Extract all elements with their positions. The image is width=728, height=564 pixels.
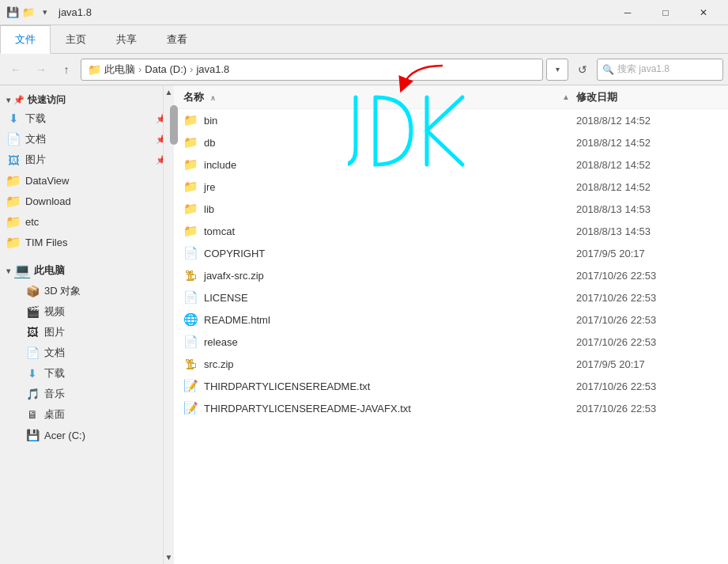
table-row[interactable]: 📁 jre 2018/8/12 14:52 [174,176,728,198]
sidebar-docs2-label: 文档 [44,346,65,360]
this-pc-expand-arrow: ▾ [6,267,10,275]
sidebar-pictures2-icon: 🖼 [25,325,40,339]
table-row[interactable]: 📁 tomcat 2018/8/13 14:53 [174,220,728,242]
sidebar-dataview-label: DataView [25,175,69,187]
html-icon: 🌐 [183,312,198,327]
folder-icon: 📁 [183,224,198,238]
table-row[interactable]: 📁 bin 2018/8/12 14:52 [174,109,728,131]
tab-file[interactable]: 文件 [0,25,51,54]
sidebar-item-timfiles[interactable]: 📁 TIM Files [0,232,173,252]
this-pc-icon: 💻 [13,262,31,279]
file-date: 2017/10/26 22:53 [576,270,719,282]
close-button[interactable]: ✕ [685,0,722,25]
folder-icon: 📁 [183,113,198,127]
sidebar-pictures2-label: 图片 [44,325,65,339]
sidebar-item-Download2[interactable]: 📁 Download [0,191,173,211]
sidebar-3d-label: 3D 对象 [44,284,81,298]
title-save-icon: 💾 [6,6,19,18]
up-button[interactable]: ↑ [55,59,77,81]
title-bar: 💾 📁 ▾ java1.8 ─ □ ✕ [0,0,728,25]
txt-icon: 📝 [183,379,198,393]
col-name-header[interactable]: 名称 ∧ [183,90,562,104]
file-name: COPYRIGHT [204,248,570,259]
sidebar-scroll-down[interactable]: ▼ [164,551,175,564]
col-date-header[interactable]: 修改日期 [576,90,719,104]
path-folder-icon: 📁 [88,63,101,76]
quick-access-arrow: ▾ [6,96,10,104]
sidebar-item-dataview[interactable]: 📁 DataView [0,170,173,191]
file-name: LICENSE [204,292,570,304]
file-name: README.html [204,314,570,326]
file-name: jre [204,181,570,193]
sidebar-item-docs[interactable]: 📄 文档 📌 [0,129,173,150]
sidebar-etc-icon: 📁 [6,214,21,229]
sidebar-item-music[interactable]: 🎵 音乐 [0,384,173,404]
address-path[interactable]: 📁 此电脑 › Data (D:) › java1.8 [81,59,543,81]
sidebar-timfiles-label: TIM Files [25,237,67,248]
sidebar-scroll-up[interactable]: ▲ [164,85,175,99]
file-date: 2018/8/12 14:52 [576,115,719,127]
sidebar-item-download3[interactable]: ⬇ 下载 [0,363,173,384]
file-date: 2018/8/12 14:52 [576,137,719,149]
sidebar-Download2-icon: 📁 [6,194,21,208]
maximize-button[interactable]: □ [647,0,684,25]
sidebar-item-video[interactable]: 🎬 视频 [0,301,173,322]
this-pc-header[interactable]: ▾ 💻 此电脑 [0,257,173,281]
crumb-0: 此电脑 [104,62,135,77]
minimize-button[interactable]: ─ [609,0,646,25]
txt-icon: 📝 [183,401,198,415]
table-row[interactable]: 🗜 javafx-src.zip 2017/10/26 22:53 [174,264,728,286]
sidebar-item-acerc[interactable]: 💾 Acer (C:) [0,425,173,445]
quick-access-pin-icon: 📌 [13,95,25,105]
back-button[interactable]: ← [5,59,27,81]
sidebar-item-3d[interactable]: 📦 3D 对象 [0,281,173,301]
sidebar-item-pictures2[interactable]: 🖼 图片 [0,322,173,343]
table-row[interactable]: 📁 include 2018/8/12 14:52 [174,153,728,176]
file-icon: 📄 [183,335,198,349]
search-box[interactable]: 🔍 搜索 java1.8 [597,59,723,81]
forward-button[interactable]: → [30,59,52,81]
scroll-up-button[interactable]: ▲ [562,93,570,101]
folder-icon: 📁 [183,157,198,172]
tab-home[interactable]: 主页 [51,25,101,53]
sidebar-download-icon: ⬇ [6,112,21,126]
tab-share[interactable]: 共享 [101,25,152,53]
file-name: src.zip [204,358,570,370]
table-row[interactable]: 🗜 src.zip 2017/9/5 20:17 [174,353,728,375]
table-row[interactable]: 📄 COPYRIGHT 2017/9/5 20:17 [174,242,728,264]
address-dropdown-button[interactable]: ▾ [546,59,568,81]
table-row[interactable]: 📁 lib 2018/8/13 14:53 [174,198,728,220]
table-row[interactable]: 📄 LICENSE 2017/10/26 22:53 [174,286,728,308]
file-name: THIRDPARTYLICENSEREADME-JAVAFX.txt [204,403,570,414]
zip-icon: 🗜 [183,357,198,371]
title-bar-icons: 💾 📁 [6,6,35,18]
sidebar-item-desktop[interactable]: 🖥 桌面 [0,404,173,425]
window-controls: ─ □ ✕ [609,0,722,25]
folder-icon: 📁 [183,180,198,194]
file-name: include [204,159,570,171]
sidebar: ▾ 📌 快速访问 ⬇ 下载 📌 📄 文档 📌 🖼 图片 [0,85,174,564]
crumb-1: Data (D:) [145,63,187,75]
file-date: 2018/8/12 14:52 [576,181,719,193]
quick-access-header[interactable]: ▾ 📌 快速访问 [0,89,173,108]
sidebar-item-etc[interactable]: 📁 etc [0,211,173,232]
file-date: 2017/9/5 20:17 [576,248,719,259]
file-name: javafx-src.zip [204,270,570,282]
sort-arrow: ∧ [210,94,216,102]
this-pc-label: 此电脑 [34,263,65,278]
table-row[interactable]: 🌐 README.html 2017/10/26 22:53 [174,308,728,331]
sidebar-item-download[interactable]: ⬇ 下载 📌 [0,108,173,129]
sidebar-etc-label: etc [25,216,39,228]
sidebar-timfiles-icon: 📁 [6,235,21,249]
content-area: 名称 ∧ ▲ 修改日期 📁 bin 2018/8/12 14:52 📁 [174,85,728,564]
folder-icon: 📁 [183,202,198,216]
refresh-button[interactable]: ↺ [571,59,594,81]
tab-view[interactable]: 查看 [152,25,202,53]
file-name: release [204,336,570,348]
table-row[interactable]: 📝 THIRDPARTYLICENSEREADME.txt 2017/10/26… [174,375,728,397]
table-row[interactable]: 📝 THIRDPARTYLICENSEREADME-JAVAFX.txt 201… [174,397,728,419]
table-row[interactable]: 📄 release 2017/10/26 22:53 [174,331,728,353]
sidebar-item-pictures[interactable]: 🖼 图片 📌 [0,150,173,170]
sidebar-item-docs2[interactable]: 📄 文档 [0,343,173,363]
table-row[interactable]: 📁 db 2018/8/12 14:52 [174,131,728,153]
